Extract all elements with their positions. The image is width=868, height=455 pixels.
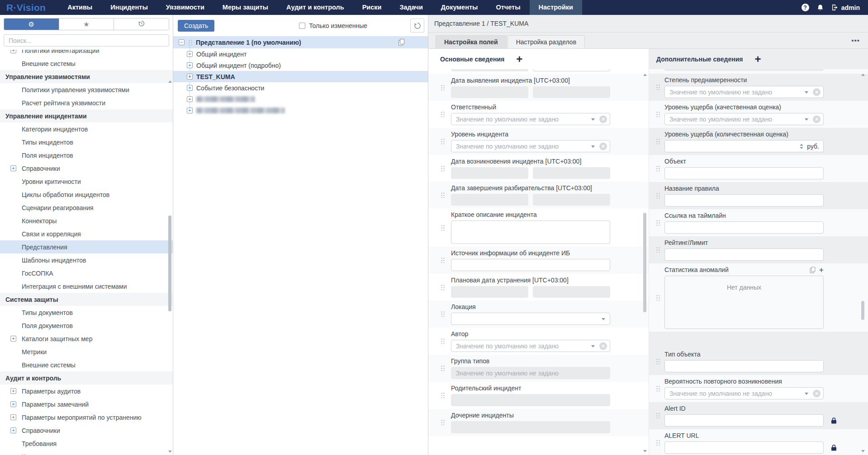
- column-scrollbar[interactable]: [861, 73, 865, 453]
- sidebar-item[interactable]: Политики управления уязвимостями: [0, 83, 173, 96]
- tree-item[interactable]: +: [173, 94, 428, 105]
- sidebar-item[interactable]: Аудит и контроль: [0, 371, 173, 385]
- scroll-down-icon[interactable]: [643, 450, 647, 452]
- drag-handle-icon[interactable]: [441, 365, 445, 371]
- field-input[interactable]: Значение по умолчанию не задано ×: [451, 140, 610, 152]
- refresh-button[interactable]: [410, 19, 424, 33]
- expand-plus-icon[interactable]: +: [10, 50, 16, 53]
- field-input[interactable]: [664, 167, 824, 179]
- more-menu-icon[interactable]: •••: [851, 37, 860, 44]
- number-spinner[interactable]: [800, 144, 803, 149]
- field-input[interactable]: [451, 259, 610, 271]
- date-input[interactable]: [533, 194, 610, 206]
- drag-handle-icon[interactable]: [656, 138, 660, 144]
- field-input[interactable]: руб.: [664, 140, 824, 152]
- sidebar-item[interactable]: ГосСОПКА: [0, 267, 173, 280]
- sidebar-item[interactable]: Управление инцидентами: [0, 109, 173, 122]
- field-input[interactable]: Значение по умолчанию не задано ×: [664, 387, 824, 399]
- scroll-down-icon[interactable]: [168, 450, 172, 453]
- drag-handle-icon[interactable]: [656, 192, 660, 198]
- drag-handle-icon[interactable]: [656, 220, 660, 225]
- drag-handle-icon[interactable]: [656, 111, 660, 117]
- only-changed-control[interactable]: Только измененные: [299, 22, 367, 29]
- tab-settings-gear[interactable]: ⚙: [4, 19, 59, 30]
- sidebar-item[interactable]: Требования: [0, 437, 173, 450]
- expand-plus-icon[interactable]: +: [187, 85, 193, 91]
- nav-menu-item[interactable]: Настройки: [530, 0, 583, 15]
- clear-icon[interactable]: ×: [813, 389, 821, 397]
- chevron-down-icon[interactable]: [591, 145, 595, 148]
- sidebar-item[interactable]: + Политики инвентаризации: [0, 50, 173, 57]
- field-input[interactable]: [451, 313, 610, 325]
- sidebar-scrollbar[interactable]: [168, 78, 172, 454]
- drag-handle-icon[interactable]: [441, 284, 445, 290]
- nav-menu-item[interactable]: Активы: [58, 0, 101, 15]
- sidebar-item[interactable]: + Справочники: [0, 424, 173, 437]
- add-entry-icon[interactable]: +: [819, 267, 824, 273]
- sidebar-item[interactable]: + Параметры мероприятий по устранению: [0, 411, 173, 424]
- expand-plus-icon[interactable]: +: [10, 427, 16, 433]
- sidebar-item[interactable]: Интеграция с внешними системами: [0, 280, 173, 293]
- sidebar-item[interactable]: + Параметры замечаний: [0, 398, 173, 411]
- sidebar-item[interactable]: Представления: [0, 240, 173, 253]
- drag-handle-icon[interactable]: [656, 385, 660, 391]
- chevron-down-icon[interactable]: [805, 393, 808, 395]
- drag-handle-icon[interactable]: [441, 192, 445, 198]
- create-button[interactable]: Создать: [178, 20, 214, 32]
- expand-plus-icon[interactable]: +: [10, 414, 16, 420]
- drag-handle-icon[interactable]: [656, 247, 660, 253]
- editor-tab[interactable]: Настройка разделов: [508, 35, 585, 48]
- drag-handle-icon[interactable]: [441, 257, 445, 263]
- date-input[interactable]: [533, 69, 610, 71]
- nav-menu-item[interactable]: Уязвимости: [157, 0, 213, 15]
- drag-handle-icon[interactable]: [656, 165, 660, 171]
- drag-handle-icon[interactable]: [656, 295, 660, 300]
- clear-icon[interactable]: ×: [599, 342, 607, 350]
- nav-menu-item[interactable]: Отчеты: [487, 0, 529, 15]
- date-input[interactable]: [451, 167, 528, 179]
- expand-plus-icon[interactable]: +: [187, 96, 193, 102]
- expand-plus-icon[interactable]: +: [10, 388, 16, 394]
- field-input[interactable]: Значение по умолчанию не задано ×: [451, 113, 610, 125]
- drag-handle-icon[interactable]: [656, 413, 660, 418]
- nav-menu-item[interactable]: Задачи: [390, 0, 432, 15]
- drag-handle-icon[interactable]: [656, 84, 660, 90]
- nav-menu-item[interactable]: Документы: [432, 0, 487, 15]
- field-input[interactable]: [664, 414, 824, 427]
- nav-menu-item[interactable]: Риски: [353, 0, 391, 15]
- drag-handle-icon[interactable]: [441, 338, 445, 344]
- expand-plus-icon[interactable]: +: [187, 51, 193, 57]
- chevron-down-icon[interactable]: [591, 118, 595, 121]
- sidebar-item[interactable]: Расчет рейтинга уязвимости: [0, 96, 173, 109]
- scrollbar-thumb[interactable]: [861, 301, 864, 320]
- sidebar-item[interactable]: Типы инцидентов: [0, 136, 173, 149]
- chevron-down-icon[interactable]: [591, 345, 595, 347]
- chevron-down-icon[interactable]: [602, 318, 605, 320]
- field-input[interactable]: [664, 69, 824, 71]
- sidebar-item[interactable]: Контрольные проверки: [0, 450, 173, 455]
- copy-icon[interactable]: [398, 39, 404, 46]
- date-input[interactable]: [533, 286, 610, 298]
- scroll-up-icon[interactable]: [168, 80, 172, 83]
- scroll-up-icon[interactable]: [643, 74, 647, 76]
- field-input[interactable]: Значение по умолчанию не задано ×: [664, 113, 824, 125]
- user-menu[interactable]: admin: [831, 4, 860, 11]
- sidebar-item[interactable]: Циклы обработки инцидентов: [0, 188, 173, 201]
- field-input[interactable]: [664, 221, 824, 234]
- expand-plus-icon[interactable]: +: [187, 62, 193, 68]
- expand-plus-icon[interactable]: +: [10, 165, 16, 171]
- drag-handle-icon[interactable]: [441, 419, 445, 425]
- date-input[interactable]: [451, 69, 528, 71]
- date-input[interactable]: [451, 86, 528, 98]
- field-input[interactable]: Значение по умолчанию не задано: [451, 367, 610, 379]
- tree-item[interactable]: + TEST_KUMA: [173, 71, 428, 82]
- field-input[interactable]: [664, 249, 824, 261]
- field-input[interactable]: [664, 441, 824, 454]
- clear-icon[interactable]: ×: [599, 142, 607, 150]
- date-input[interactable]: [533, 167, 610, 179]
- sidebar-item[interactable]: Уровни критичности: [0, 175, 173, 188]
- drag-handle-icon[interactable]: [441, 225, 445, 230]
- editor-tab[interactable]: Настройка полей: [436, 35, 507, 48]
- drag-handle-icon[interactable]: [441, 392, 445, 398]
- help-icon[interactable]: ?: [802, 4, 809, 11]
